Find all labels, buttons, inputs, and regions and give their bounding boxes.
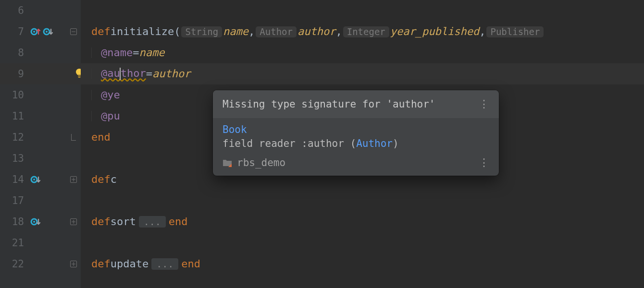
code-line[interactable] bbox=[81, 0, 644, 21]
type-hint: Integer bbox=[343, 26, 389, 37]
popup-title: Missing type signature for 'author' bbox=[223, 99, 435, 109]
gutter-row: 14 bbox=[0, 169, 81, 190]
line-number: 6 bbox=[0, 6, 24, 16]
line-number: 8 bbox=[0, 48, 24, 58]
line-number: 22 bbox=[0, 259, 24, 269]
line-number: 17 bbox=[0, 196, 24, 206]
gutter-row: 6 bbox=[0, 0, 81, 21]
gutter-row: 8 bbox=[0, 42, 81, 63]
keyword-end: end bbox=[169, 216, 188, 227]
keyword-end: end bbox=[91, 132, 111, 143]
param-author: author bbox=[297, 26, 335, 37]
line-number: 21 bbox=[0, 238, 24, 248]
keyword-def: def bbox=[91, 174, 111, 185]
equals: = bbox=[133, 48, 139, 58]
fold-expand-icon[interactable] bbox=[69, 260, 78, 268]
more-options-icon[interactable]: ⋮ bbox=[479, 157, 489, 168]
keyword-def: def bbox=[91, 26, 111, 37]
popup-type: Author bbox=[356, 138, 393, 149]
ref-name: name bbox=[139, 48, 164, 58]
comma: , bbox=[479, 26, 485, 37]
method-name: c bbox=[111, 174, 117, 185]
svg-point-7 bbox=[33, 179, 35, 180]
line-number: 11 bbox=[0, 111, 24, 121]
ivar-name: @name bbox=[101, 48, 133, 58]
code-line[interactable]: def sort...end bbox=[81, 211, 644, 232]
paren-open: ( bbox=[174, 26, 180, 37]
method-name: sort bbox=[111, 216, 136, 227]
keyword-def: def bbox=[91, 216, 111, 227]
code-line[interactable]: def initialize( String name, Author auth… bbox=[81, 21, 644, 42]
code-editor: 6 7 8 9 bbox=[0, 0, 644, 288]
popup-class-name: Book bbox=[223, 125, 489, 135]
ivar-year: @ye bbox=[101, 90, 120, 100]
fold-expand-icon[interactable] bbox=[69, 217, 78, 226]
popup-project-row: rbs_demo bbox=[223, 158, 285, 168]
gutter-row: 12 bbox=[0, 127, 81, 148]
fold-placeholder[interactable]: ... bbox=[151, 258, 178, 270]
popup-body: Book field reader :author (Author) bbox=[213, 118, 499, 153]
gutter: 6 7 8 9 bbox=[0, 0, 81, 288]
gutter-row: 22 bbox=[0, 253, 81, 275]
ref-author: author bbox=[152, 69, 190, 79]
code-area[interactable]: def initialize( String name, Author auth… bbox=[81, 0, 644, 288]
method-name: initialize bbox=[111, 26, 174, 37]
gutter-row: 18 bbox=[0, 211, 81, 232]
gutter-row: 9 bbox=[0, 63, 81, 84]
fold-expand-icon[interactable] bbox=[69, 175, 78, 184]
gutter-row: 21 bbox=[0, 232, 81, 253]
param-name: name bbox=[223, 26, 248, 37]
line-number: 18 bbox=[0, 217, 24, 227]
inspection-popup: Missing type signature for 'author' ⋮ Bo… bbox=[213, 90, 499, 176]
code-line-current[interactable]: @author = author bbox=[81, 63, 644, 84]
gutter-row: 11 bbox=[0, 106, 81, 127]
folder-icon bbox=[223, 158, 232, 167]
comma: , bbox=[248, 26, 255, 37]
code-line[interactable]: def update...end bbox=[81, 253, 644, 275]
comma: , bbox=[335, 26, 342, 37]
gutter-row: 10 bbox=[0, 84, 81, 106]
line-number: 12 bbox=[0, 132, 24, 143]
keyword-def: def bbox=[91, 259, 111, 269]
popup-project: rbs_demo bbox=[237, 158, 285, 168]
method-name: update bbox=[111, 259, 149, 269]
svg-point-3 bbox=[46, 31, 48, 33]
line-number: 13 bbox=[0, 154, 24, 164]
override-down-icon[interactable] bbox=[42, 26, 53, 37]
line-number: 9 bbox=[0, 69, 24, 79]
line-number: 14 bbox=[0, 175, 24, 185]
popup-footer: rbs_demo ⋮ bbox=[213, 153, 499, 176]
fold-collapse-icon[interactable] bbox=[69, 27, 78, 36]
override-down-icon[interactable] bbox=[30, 216, 40, 227]
type-hint: Author bbox=[256, 26, 297, 37]
gutter-row: 13 bbox=[0, 148, 81, 169]
fold-end-icon[interactable] bbox=[69, 133, 78, 142]
ivar-author: @author bbox=[101, 68, 146, 80]
line-number: 7 bbox=[0, 27, 24, 37]
code-line[interactable] bbox=[81, 232, 644, 253]
param-year: year_published bbox=[390, 26, 479, 37]
popup-field-line: field reader :author (Author) bbox=[223, 139, 489, 149]
keyword-end: end bbox=[181, 259, 200, 269]
svg-rect-5 bbox=[78, 77, 81, 78]
svg-point-9 bbox=[33, 221, 35, 223]
equals: = bbox=[146, 69, 152, 79]
fold-placeholder[interactable]: ... bbox=[139, 216, 166, 228]
svg-point-1 bbox=[33, 31, 35, 33]
code-line[interactable]: @name = name bbox=[81, 42, 644, 63]
more-options-icon[interactable]: ⋮ bbox=[479, 99, 489, 109]
gutter-row: 17 bbox=[0, 190, 81, 211]
ivar-publisher: @pu bbox=[101, 111, 120, 121]
gutter-row: 7 bbox=[0, 21, 81, 42]
type-hint: Publisher bbox=[486, 26, 544, 37]
type-hint: String bbox=[181, 26, 222, 37]
popup-header: Missing type signature for 'author' ⋮ bbox=[213, 90, 499, 118]
override-up-icon[interactable] bbox=[30, 26, 40, 37]
line-number: 10 bbox=[0, 90, 24, 100]
override-down-icon[interactable] bbox=[30, 174, 40, 185]
code-line[interactable] bbox=[81, 190, 644, 211]
